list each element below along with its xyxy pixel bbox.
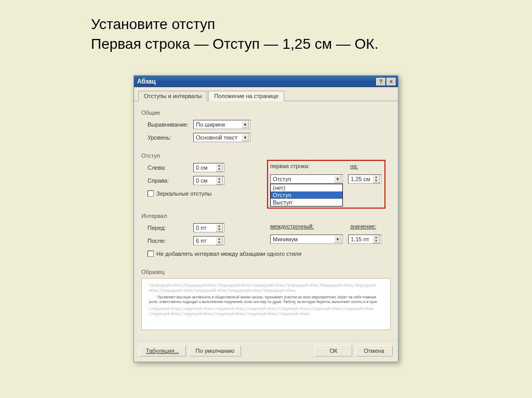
chevron-down-icon: ▼	[242, 134, 249, 141]
chevron-down-icon: ▼	[334, 175, 341, 183]
tab-indents[interactable]: Отступы и интервалы	[138, 91, 207, 101]
level-label: Уровень:	[141, 134, 193, 141]
level-value: Основной текст	[196, 134, 237, 141]
value-label: значение:	[350, 223, 376, 229]
help-icon: ?	[379, 79, 382, 85]
right-value: 0 см	[196, 177, 207, 184]
after-value: 6 пт	[196, 238, 206, 244]
before-label: Перед:	[141, 225, 193, 231]
help-button[interactable]: ?	[376, 78, 385, 86]
instruction-line1: Установите отступ	[91, 16, 215, 32]
line-label: междустрочный:	[270, 223, 314, 229]
on-value: 1,25 см	[351, 176, 370, 182]
tabs-button[interactable]: Табуляция...	[139, 345, 186, 356]
default-button[interactable]: По умолчанию	[189, 345, 241, 356]
right-spin[interactable]: 0 см ▲▼	[193, 176, 224, 185]
paragraph-dialog: Абзац ? × Отступы и интервалы Положение …	[134, 75, 398, 362]
dialog-title: Абзац	[137, 78, 375, 85]
noadd-label: Не добавлять интервал между абзацами одн…	[156, 251, 301, 257]
spinner-icon: ▲▼	[216, 237, 223, 245]
after-spin[interactable]: 6 пт ▲▼	[193, 236, 224, 245]
on-label: на:	[350, 163, 358, 169]
group-spacing: Интервал	[141, 213, 391, 219]
tab-position[interactable]: Положение на странице	[208, 91, 284, 101]
chevron-down-icon: ▼	[242, 121, 249, 128]
titlebar[interactable]: Абзац ? ×	[134, 76, 398, 87]
left-value: 0 см	[196, 164, 207, 171]
value-value: 1,15 пт	[351, 236, 369, 242]
mirror-checkbox[interactable]	[148, 190, 154, 197]
line-combo[interactable]: Минимум ▼	[270, 235, 343, 244]
mirror-label: Зеркальные отступы	[156, 190, 211, 197]
preview-next: Следующий абзац Следующий абзац Следующи…	[149, 306, 383, 317]
button-row: Табуляция... По умолчанию ОК Отмена	[134, 340, 398, 362]
before-spin[interactable]: 0 пт ▲▼	[193, 223, 224, 232]
group-preview: Образец	[141, 269, 391, 275]
value-spin[interactable]: 1,15 пт ▲▼	[348, 235, 381, 244]
close-button[interactable]: ×	[387, 78, 396, 86]
tabs: Отступы и интервалы Положение на страниц…	[134, 87, 398, 101]
preview-prev: Предыдущий абзац Предыдущий абзац Предыд…	[149, 283, 383, 293]
spinner-icon: ▲▼	[216, 224, 223, 232]
option-hanging[interactable]: Выступ	[271, 199, 342, 206]
after-label: После:	[141, 238, 193, 244]
option-none[interactable]: (нет)	[271, 184, 342, 191]
group-indent: Отступ	[141, 153, 391, 159]
spinner-icon: ▲▼	[373, 175, 380, 183]
level-combo[interactable]: Основной текст ▼	[193, 133, 250, 142]
close-icon: ×	[390, 79, 393, 85]
firstline-value: Отступ	[273, 176, 291, 182]
left-label: Слева:	[141, 164, 193, 171]
align-label: Выравнивание:	[141, 121, 193, 128]
cancel-button[interactable]: Отмена	[355, 345, 393, 356]
instruction-line2: Первая строка — Отступ — 1,25 см — ОК.	[91, 36, 378, 52]
option-indent[interactable]: Отступ	[271, 191, 342, 199]
right-label: Справа:	[141, 177, 193, 184]
spinner-icon: ▲▼	[216, 176, 223, 185]
spinner-icon: ▲▼	[216, 163, 223, 172]
align-value: По ширине	[196, 121, 225, 128]
before-value: 0 пт	[196, 225, 206, 231]
spinner-icon: ▲▼	[373, 235, 380, 243]
firstline-label: первая строка:	[270, 163, 310, 169]
firstline-combo[interactable]: Отступ ▼	[270, 174, 343, 184]
left-spin[interactable]: 0 см ▲▼	[193, 163, 224, 172]
align-combo[interactable]: По ширине ▼	[193, 120, 250, 129]
line-value: Минимум	[273, 236, 298, 242]
firstline-dropdown[interactable]: (нет) Отступ Выступ	[270, 184, 343, 207]
group-general: Общие	[141, 109, 391, 116]
instruction-text: Установите отступ Первая строка — Отступ…	[91, 15, 378, 54]
noadd-checkbox[interactable]	[148, 251, 154, 257]
preview-box: Предыдущий абзац Предыдущий абзац Предыд…	[141, 278, 391, 330]
ok-button[interactable]: ОК	[315, 345, 352, 356]
on-spin[interactable]: 1,25 см ▲▼	[348, 174, 381, 184]
chevron-down-icon: ▼	[334, 236, 341, 243]
preview-sample: Проявляет высокую активность в обществен…	[149, 295, 383, 305]
